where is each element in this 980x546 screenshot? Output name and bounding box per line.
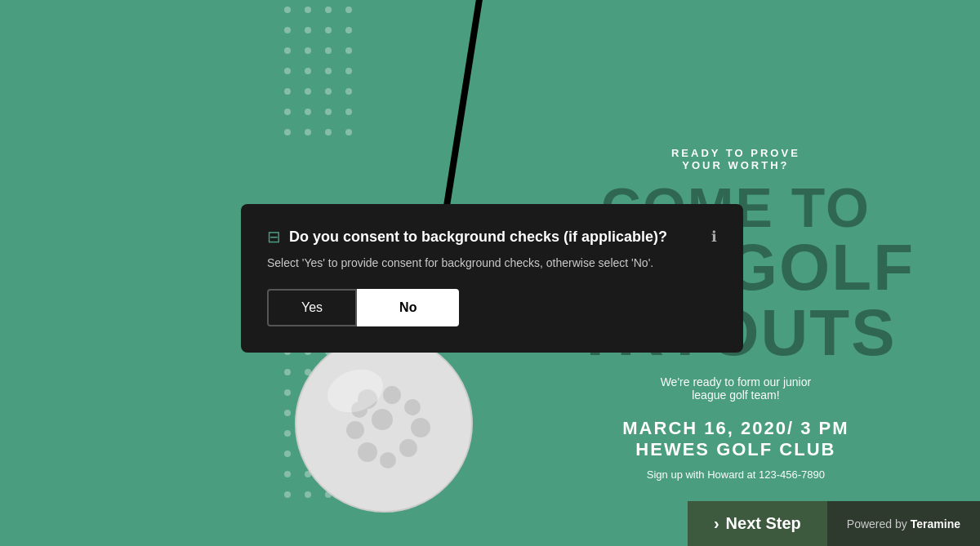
svg-point-114 — [411, 418, 430, 437]
svg-point-10 — [325, 47, 332, 54]
svg-point-5 — [305, 27, 311, 33]
golf-ball-image — [294, 334, 474, 513]
teramine-brand: Teramine — [911, 517, 960, 530]
svg-point-17 — [305, 88, 311, 95]
modal-buttons: Yes No — [267, 289, 717, 326]
powered-by-bar: Powered by Teramine — [827, 501, 980, 546]
svg-point-60 — [284, 389, 291, 396]
svg-point-22 — [325, 109, 332, 115]
modal-title: Do you consent to background checks (if … — [289, 229, 667, 246]
powered-by-text: Powered by — [847, 517, 907, 530]
modal-header: ⊟ Do you consent to background checks (i… — [267, 227, 717, 246]
svg-point-9 — [305, 47, 311, 54]
svg-point-20 — [284, 109, 291, 115]
svg-point-1 — [305, 7, 311, 13]
svg-point-18 — [325, 88, 332, 95]
svg-point-92 — [284, 471, 291, 477]
svg-point-24 — [284, 129, 291, 135]
next-step-arrow: › — [714, 514, 719, 533]
svg-point-118 — [346, 421, 364, 439]
svg-point-68 — [284, 410, 291, 416]
svg-point-113 — [404, 399, 421, 415]
svg-point-3 — [345, 7, 352, 13]
svg-point-19 — [345, 88, 352, 95]
svg-point-115 — [399, 439, 417, 457]
svg-point-21 — [305, 109, 311, 115]
svg-point-112 — [383, 386, 401, 404]
svg-point-0 — [284, 7, 291, 13]
dots-grid-top: // Will be generated by JS below — [278, 0, 376, 163]
svg-point-8 — [284, 47, 291, 54]
svg-point-116 — [380, 452, 396, 468]
signup-text: Sign up with Howard at 123-456-7890 — [557, 468, 915, 481]
modal-description: Select 'Yes' to provide consent for back… — [267, 256, 717, 269]
svg-point-25 — [305, 129, 311, 135]
svg-point-2 — [325, 7, 332, 13]
event-date: MARCH 16, 2020/ 3 PM — [557, 418, 915, 439]
no-button[interactable]: No — [357, 289, 459, 326]
svg-point-15 — [345, 68, 352, 74]
svg-point-4 — [284, 27, 291, 33]
yes-button[interactable]: Yes — [267, 289, 357, 326]
svg-point-26 — [325, 129, 332, 135]
modal-title-row: ⊟ Do you consent to background checks (i… — [267, 227, 667, 246]
svg-point-7 — [345, 27, 352, 33]
event-venue: HEWES GOLF CLUB — [557, 439, 915, 460]
svg-point-52 — [284, 369, 291, 375]
ready-text: READY TO PROVE YOUR WORTH? — [557, 147, 915, 171]
next-step-label: Next Step — [726, 514, 801, 533]
modal-check-icon: ⊟ — [267, 227, 281, 246]
svg-point-11 — [345, 47, 352, 54]
bottom-bar: › Next Step Powered by Teramine — [688, 501, 980, 546]
svg-point-23 — [345, 109, 352, 115]
svg-point-27 — [345, 129, 352, 135]
svg-point-13 — [305, 68, 311, 74]
svg-point-12 — [284, 68, 291, 74]
svg-point-120 — [372, 409, 393, 430]
svg-point-117 — [358, 442, 377, 462]
svg-point-100 — [284, 491, 291, 498]
svg-point-76 — [284, 430, 291, 437]
info-icon[interactable]: ℹ — [711, 228, 717, 246]
svg-point-84 — [284, 451, 291, 457]
next-step-button[interactable]: › Next Step — [688, 501, 827, 546]
svg-point-6 — [325, 27, 332, 33]
svg-point-16 — [284, 88, 291, 95]
subtitle-text: We're ready to form our junior league go… — [557, 375, 915, 402]
consent-modal: ⊟ Do you consent to background checks (i… — [241, 204, 743, 353]
svg-point-14 — [325, 68, 332, 74]
